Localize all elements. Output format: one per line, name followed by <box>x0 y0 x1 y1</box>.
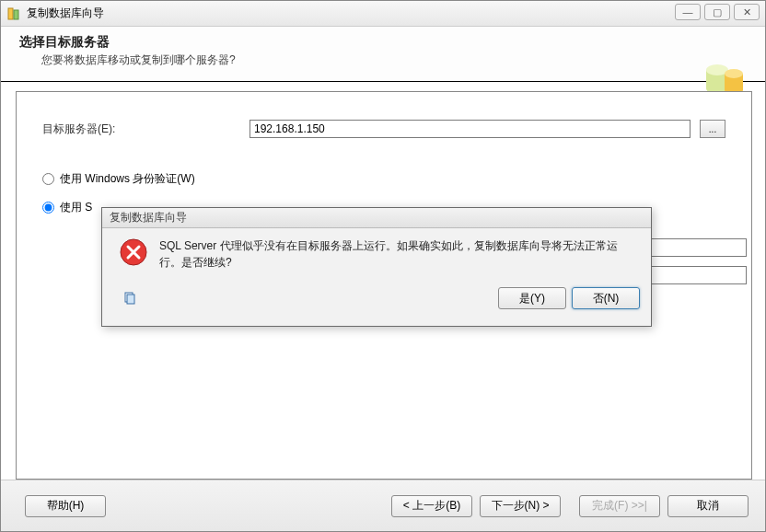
dialog-titlebar: 复制数据库向导 <box>102 208 651 228</box>
page-title: 选择目标服务器 <box>19 34 747 51</box>
windows-auth-radio[interactable] <box>42 173 54 185</box>
sql-auth-label: 使用 S <box>60 200 92 215</box>
app-icon <box>6 6 21 21</box>
target-server-row: 目标服务器(E): ... <box>42 120 725 138</box>
sql-auth-radio[interactable] <box>42 202 54 214</box>
close-button[interactable]: ✕ <box>734 4 760 20</box>
windows-auth-label: 使用 Windows 身份验证(W) <box>60 171 195 187</box>
error-icon <box>119 237 148 267</box>
dialog-title: 复制数据库向导 <box>110 210 187 226</box>
target-server-label: 目标服务器(E): <box>42 121 250 137</box>
main-window: 复制数据库向导 — ▢ ✕ 选择目标服务器 您要将数据库移动或复制到哪个服务器?… <box>0 0 766 532</box>
svg-point-7 <box>725 69 743 78</box>
confirm-dialog: 复制数据库向导 SQL Server 代理似乎没有在目标服务器上运行。如果确实如… <box>101 207 652 327</box>
no-button[interactable]: 否(N) <box>572 287 640 309</box>
cancel-button[interactable]: 取消 <box>667 495 749 517</box>
header-graphic-icon <box>702 59 747 96</box>
wizard-footer: 帮助(H) < 上一步(B) 下一步(N) > 完成(F) >>| 取消 <box>1 480 765 531</box>
dialog-footer: 是(Y) 否(N) <box>102 283 651 317</box>
finish-button: 完成(F) >>| <box>579 495 660 517</box>
maximize-button[interactable]: ▢ <box>704 4 730 20</box>
wizard-header: 选择目标服务器 您要将数据库移动或复制到哪个服务器? <box>1 27 765 82</box>
svg-rect-1 <box>14 10 18 19</box>
copy-icon[interactable] <box>122 291 137 306</box>
next-button[interactable]: 下一步(N) > <box>480 495 561 517</box>
window-controls: — ▢ ✕ <box>675 4 760 20</box>
yes-button[interactable]: 是(Y) <box>498 287 566 309</box>
back-button[interactable]: < 上一步(B) <box>391 495 472 517</box>
titlebar: 复制数据库向导 — ▢ ✕ <box>1 1 765 27</box>
dialog-body: SQL Server 代理似乎没有在目标服务器上运行。如果确实如此，复制数据库向… <box>102 228 651 283</box>
windows-auth-row: 使用 Windows 身份验证(W) <box>42 171 725 187</box>
svg-rect-0 <box>8 8 13 19</box>
browse-button[interactable]: ... <box>700 120 725 138</box>
svg-rect-12 <box>127 295 134 304</box>
dialog-message: SQL Server 代理似乎没有在目标服务器上运行。如果确实如此，复制数据库向… <box>159 237 634 280</box>
minimize-button[interactable]: — <box>675 4 701 20</box>
window-title: 复制数据库向导 <box>27 6 104 21</box>
page-subtitle: 您要将数据库移动或复制到哪个服务器? <box>41 52 747 68</box>
target-server-input[interactable] <box>250 120 691 138</box>
help-button[interactable]: 帮助(H) <box>25 495 106 517</box>
